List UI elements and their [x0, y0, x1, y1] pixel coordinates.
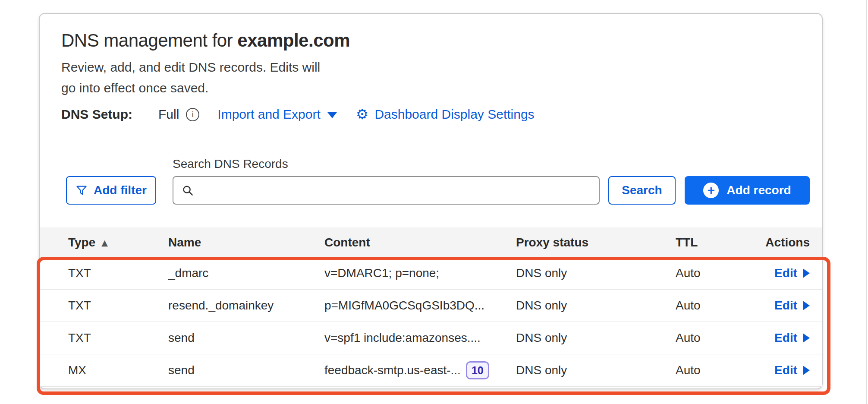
funnel-icon [75, 184, 88, 196]
add-filter-label: Add filter [94, 183, 147, 197]
add-filter-button[interactable]: Add filter [66, 176, 156, 205]
cell-type: TXT [40, 299, 168, 312]
import-export-link[interactable]: Import and Export [217, 107, 337, 122]
dashboard-display-settings-link[interactable]: ⚙ Dashboard Display Settings [356, 107, 535, 122]
search-icon [181, 184, 194, 197]
cell-ttl: Auto [676, 363, 749, 377]
plus-icon: + [703, 183, 719, 198]
cell-proxy-status: DNS only [516, 331, 676, 345]
dns-management-page: DNS management for example.com Review, a… [0, 0, 868, 404]
cell-name: send [168, 363, 324, 377]
column-header-proxy-status: Proxy status [516, 236, 676, 249]
chevron-right-icon [803, 333, 810, 343]
subtitle-line-2: go into effect once saved. [61, 78, 320, 98]
info-icon[interactable]: i [186, 108, 199, 121]
page-title-prefix: DNS management for [61, 30, 237, 50]
edit-record-button[interactable]: Edit [774, 331, 810, 345]
search-input[interactable] [200, 178, 591, 202]
gear-icon: ⚙ [356, 107, 369, 121]
column-header-name: Name [168, 236, 324, 249]
table-row: TXT _dmarc v=DMARC1; p=none; DNS only Au… [40, 257, 822, 290]
column-header-type[interactable]: Type ▲ [40, 236, 168, 249]
page-title: DNS management for example.com [61, 29, 350, 52]
cell-proxy-status: DNS only [516, 266, 676, 280]
dns-setup-row: DNS Setup: Full i Import and Export ⚙ Da… [61, 107, 535, 122]
cell-type: MX [40, 363, 168, 377]
chevron-right-icon [803, 366, 810, 375]
cell-content: feedback-smtp.us-east-... 10 [324, 361, 516, 379]
page-subtitle: Review, add, and edit DNS records. Edits… [61, 57, 320, 98]
column-header-actions: Actions [749, 236, 822, 249]
edit-record-button[interactable]: Edit [774, 363, 810, 377]
search-button[interactable]: Search [608, 176, 676, 205]
table-row: TXT resend._domainkey p=MIGfMA0GCSqGSIb3… [40, 290, 822, 322]
column-header-ttl: TTL [676, 236, 749, 249]
add-record-button[interactable]: + Add record [685, 176, 810, 205]
cell-proxy-status: DNS only [516, 363, 676, 377]
subtitle-line-1: Review, add, and edit DNS records. Edits… [61, 57, 320, 78]
cell-content: v=spf1 include:amazonses.... [324, 331, 516, 345]
cell-name: resend._domainkey [168, 299, 324, 312]
table-header-row: Type ▲ Name Content Proxy status TTL Act… [40, 227, 822, 257]
search-dns-records-label: Search DNS Records [173, 157, 288, 171]
cell-ttl: Auto [676, 266, 749, 280]
cell-type: TXT [40, 331, 168, 345]
sort-ascending-icon: ▲ [101, 238, 108, 247]
edit-record-button[interactable]: Edit [774, 299, 810, 312]
cell-ttl: Auto [676, 299, 749, 312]
dns-records-table: Type ▲ Name Content Proxy status TTL Act… [40, 227, 822, 387]
page-edge-divider [866, 0, 867, 404]
chevron-down-icon [327, 112, 337, 118]
add-record-label: Add record [726, 183, 791, 197]
dns-setup-label: DNS Setup: [61, 107, 132, 122]
chevron-right-icon [803, 301, 810, 310]
dns-management-card: DNS management for example.com Review, a… [39, 13, 823, 389]
table-row: MX send feedback-smtp.us-east-... 10 DNS… [40, 354, 822, 387]
cell-proxy-status: DNS only [516, 299, 676, 312]
cell-name: _dmarc [168, 266, 324, 280]
cell-ttl: Auto [676, 331, 749, 345]
cell-name: send [168, 331, 324, 345]
column-header-content: Content [324, 236, 516, 249]
search-button-label: Search [622, 183, 662, 197]
import-export-label: Import and Export [217, 107, 320, 122]
table-row: TXT send v=spf1 include:amazonses.... DN… [40, 322, 822, 354]
cell-content: p=MIGfMA0GCSqGSIb3DQ... [324, 299, 516, 312]
mx-priority-badge: 10 [466, 361, 489, 379]
chevron-right-icon [803, 268, 810, 278]
search-input-container [173, 176, 600, 205]
dns-setup-value: Full [158, 107, 179, 122]
page-title-domain: example.com [237, 30, 350, 50]
cell-content: v=DMARC1; p=none; [324, 266, 516, 280]
edit-record-button[interactable]: Edit [774, 266, 810, 280]
cell-type: TXT [40, 266, 168, 280]
dashboard-display-settings-label: Dashboard Display Settings [374, 107, 534, 122]
